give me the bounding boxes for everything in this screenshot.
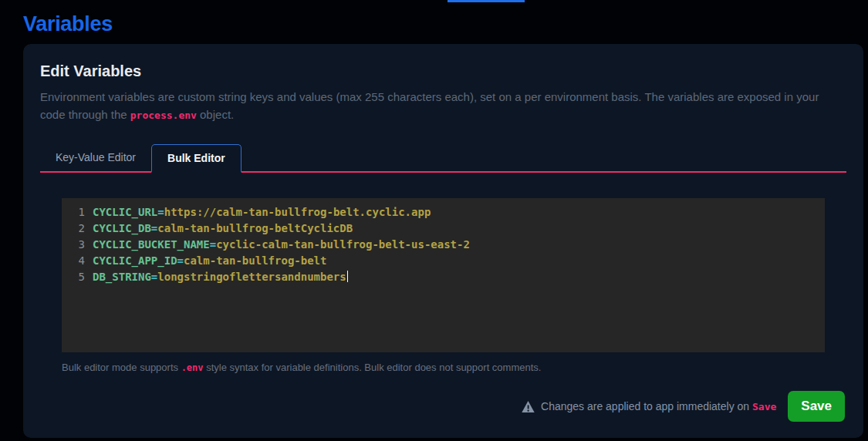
equals-sign: = [177,254,184,267]
footnote-text-after: style syntax for variable definitions. B… [204,362,542,373]
bulk-editor-textarea[interactable]: 1 CYCLIC_URL=https://calm-tan-bullfrog-b… [62,198,825,352]
editor-line: 2 CYCLIC_DB=calm-tan-bullfrog-beltCyclic… [62,220,825,237]
env-file-inline-code: .env [181,362,204,373]
editor-line: 5 DB_STRING=longstringoflettersandnumber… [62,269,825,285]
env-key: DB_STRING [93,271,151,283]
save-button[interactable]: Save [788,391,845,422]
save-inline-code: Save [752,401,776,412]
description-text-after: object. [197,108,234,121]
editor-line: 1 CYCLIC_URL=https://calm-tan-bullfrog-b… [62,204,825,220]
env-value: cyclic-calm-tan-bullfrog-belt-us-east-2 [216,238,470,251]
editor-tabs: Key-Value Editor Bulk Editor [40,144,846,173]
equals-sign: = [157,206,164,218]
save-warning: Changes are applied to app immediately o… [522,400,776,412]
warning-triangle-icon [522,401,535,412]
tab-bulk-editor[interactable]: Bulk Editor [151,144,241,173]
env-key: CYCLIC_DB [93,222,151,234]
equals-sign: = [210,238,216,251]
env-key: CYCLIC_BUCKET_NAME [93,238,210,251]
line-number: 2 [62,220,85,237]
line-number: 1 [62,204,85,220]
line-number: 3 [62,237,85,253]
text-caret [347,271,349,282]
warning-text: Changes are applied to app immediately o… [541,400,776,412]
warning-text-before: Changes are applied to app immediately o… [541,400,752,412]
editor-line: 4 CYCLIC_APP_ID=calm-tan-bullfrog-belt [62,253,825,269]
card-heading: Edit Variables [40,62,846,80]
card-description: Environment variables are custom string … [40,88,844,124]
env-key: CYCLIC_URL [93,206,157,218]
tab-key-value-editor[interactable]: Key-Value Editor [40,144,151,171]
footnote-text-before: Bulk editor mode supports [62,362,181,373]
env-value: longstringoflettersandnumbers [157,271,346,283]
top-nav-active-indicator [448,0,525,2]
env-key: CYCLIC_APP_ID [93,254,177,267]
process-env-inline-code: process.env [130,109,197,121]
line-number: 4 [62,253,85,269]
env-value: calm-tan-bullfrog-beltCyclicDB [157,222,353,234]
env-value: https://calm-tan-bullfrog-belt.cyclic.ap… [164,206,431,218]
editor-line: 3 CYCLIC_BUCKET_NAME=cyclic-calm-tan-bul… [62,237,825,253]
edit-variables-card: Edit Variables Environment variables are… [23,44,863,438]
page-title: Variables [23,12,113,36]
line-number: 5 [62,269,85,285]
card-footer: Changes are applied to app immediately o… [522,391,845,422]
bulk-editor-footnote: Bulk editor mode supports .env style syn… [62,362,825,373]
env-value: calm-tan-bullfrog-belt [184,254,326,267]
